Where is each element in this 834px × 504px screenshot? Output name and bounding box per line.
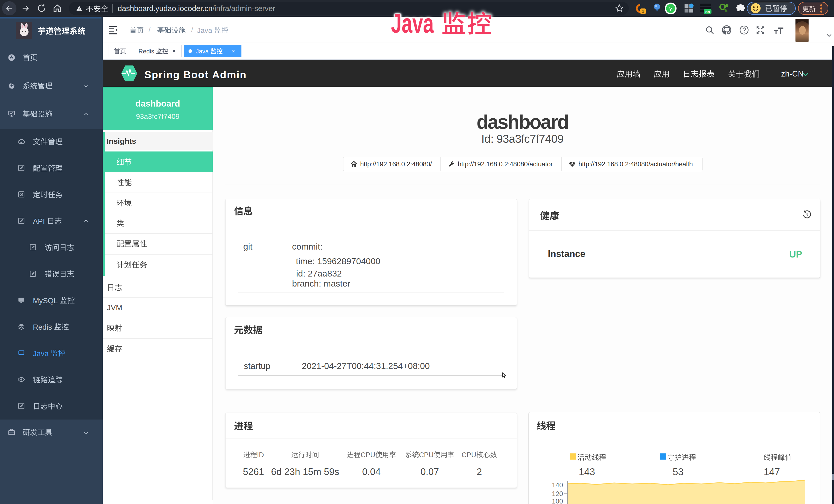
svg-text:on: on — [705, 9, 710, 14]
svg-text:1: 1 — [642, 9, 644, 14]
